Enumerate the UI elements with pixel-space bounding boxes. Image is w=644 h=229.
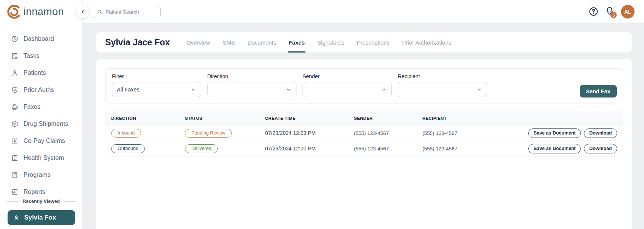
create-time-cell: 07/23/2024 12:00 PM <box>265 145 354 152</box>
direction-badge: Outbound <box>111 144 145 153</box>
recipient-cell: (555) 123-4567 <box>422 130 525 136</box>
filter-field: Sender <box>303 73 392 104</box>
sidebar-item[interactable]: Prior Auths <box>0 81 82 98</box>
sidebar-item-label: Prior Auths <box>23 86 54 93</box>
patient-tab[interactable]: Overview <box>186 32 210 53</box>
sidebar-item-label: Patients <box>23 69 46 76</box>
logo-text: innamon <box>23 6 64 18</box>
chevron-down-icon <box>381 87 387 93</box>
download-button[interactable]: Download <box>584 128 617 138</box>
sidebar-item[interactable]: Reports <box>0 183 82 200</box>
patient-tab[interactable]: Signatures <box>317 32 345 53</box>
user-avatar[interactable]: AL <box>621 5 635 19</box>
sidebar-item-label: Faxes <box>23 103 40 110</box>
filter-dropdown[interactable] <box>303 82 392 97</box>
fax-table-column-header: Recipient <box>422 116 525 121</box>
direction-badge: Inbound <box>111 129 141 138</box>
search-icon <box>97 9 102 15</box>
patients-icon <box>11 69 19 77</box>
sidebar-item[interactable]: Faxes <box>0 98 82 115</box>
patient-tab[interactable]: Documents <box>247 32 276 53</box>
status-badge: Delivered <box>185 144 218 153</box>
drug-shipments-icon <box>11 120 19 128</box>
patient-tab[interactable]: Prescriptions <box>357 32 390 53</box>
cinnamon-logo-icon <box>6 3 23 20</box>
chevron-down-icon <box>286 87 292 93</box>
recent-patient-button[interactable]: Sylvia Fox <box>8 210 75 225</box>
filter-field: Recipient <box>398 73 487 104</box>
sidebar-item[interactable]: Drug Shipments <box>0 115 82 132</box>
filter-dropdown[interactable] <box>398 82 487 97</box>
sidebar-item[interactable]: Dashboard <box>0 30 82 47</box>
fax-table-header: Direction Status Create Time Sender Reci… <box>105 111 623 125</box>
sidebar-collapse-button[interactable] <box>76 5 89 18</box>
chevron-down-icon <box>190 87 196 93</box>
send-fax-button[interactable]: Send Fax <box>580 85 617 97</box>
filter-field-label: Sender <box>303 73 392 79</box>
faxes-panel: Filter All Faxes Direction <box>96 59 632 229</box>
save-as-document-button[interactable]: Save as Document <box>528 128 581 138</box>
sidebar-item[interactable]: Tasks <box>0 47 82 64</box>
sidebar-item-label: Programs <box>23 171 51 178</box>
patient-tab[interactable]: Faxes <box>289 32 305 53</box>
fax-row: Inbound Pending Review 07/23/2024 12:03 … <box>105 125 623 141</box>
fax-table: Direction Status Create Time Sender Reci… <box>105 111 623 156</box>
recent-patient-name: Sylvia Fox <box>24 214 56 221</box>
filter-field: Direction <box>207 73 296 104</box>
chevron-left-icon <box>80 9 86 15</box>
copay-claims-icon <box>11 137 19 145</box>
status-badge: Pending Review <box>185 129 232 138</box>
active-tab-underline <box>288 51 306 53</box>
sidebar-item[interactable]: Health System <box>0 149 82 166</box>
fax-filter-bar: Filter All Faxes Direction <box>105 68 623 104</box>
recently-viewed-label: Recently Viewed <box>19 199 64 204</box>
app-screen: 3 AL innamon Dashboard Tasks <box>0 0 644 229</box>
dashboard-icon <box>11 35 19 43</box>
help-icon[interactable] <box>588 6 599 17</box>
patient-tab[interactable]: Prior Authorizations <box>402 32 451 53</box>
filter-dropdown[interactable] <box>207 82 296 97</box>
health-system-icon <box>11 154 19 162</box>
page-title: Sylvia Jace Fox <box>105 37 170 48</box>
fax-table-column-header: Direction <box>105 116 185 121</box>
sidebar-item-label: Tasks <box>23 52 39 59</box>
programs-icon <box>11 171 19 179</box>
create-time-cell: 07/23/2024 12:03 PM <box>265 130 354 136</box>
faxes-icon <box>11 103 19 111</box>
sidebar-item-label: Dashboard <box>23 35 54 42</box>
sidebar-item[interactable]: Programs <box>0 166 82 183</box>
prior-auths-icon <box>11 86 19 94</box>
filter-field-label: Recipient <box>398 73 487 79</box>
main-area: Sylvia Jace Fox Overview SMS Documents <box>83 23 644 229</box>
chevron-down-icon <box>476 87 482 93</box>
download-button[interactable]: Download <box>584 144 617 153</box>
sidebar-item-label: Reports <box>23 188 45 195</box>
recipient-cell: (555) 123-4567 <box>422 146 525 152</box>
sidebar-item-label: Co-Pay Claims <box>23 137 65 144</box>
fax-table-column-header: Create Time <box>265 116 354 121</box>
tasks-icon <box>11 52 19 60</box>
patient-search-input[interactable] <box>106 9 157 15</box>
reports-icon <box>11 188 19 196</box>
filter-field-label: Filter <box>112 73 201 79</box>
person-icon <box>13 214 20 221</box>
filter-field: Filter All Faxes <box>112 73 201 104</box>
patient-header-card: Sylvia Jace Fox Overview SMS Documents <box>96 32 632 53</box>
sender-cell: (555) 123-4567 <box>354 130 422 136</box>
patient-search <box>93 6 161 18</box>
recently-viewed-divider: Recently Viewed <box>7 199 76 204</box>
notification-count-badge: 3 <box>610 12 617 18</box>
sidebar-nav: Dashboard Tasks Patients Prior Auths <box>0 30 82 200</box>
app-logo: innamon <box>6 3 64 20</box>
filter-dropdown[interactable]: All Faxes <box>112 82 201 97</box>
sender-cell: (555) 123-4567 <box>354 146 422 152</box>
filter-field-label: Direction <box>207 73 296 79</box>
save-as-document-button[interactable]: Save as Document <box>528 144 581 153</box>
sidebar-item[interactable]: Patients <box>0 64 82 81</box>
filter-dropdown-value: All Faxes <box>117 87 190 93</box>
sidebar-item[interactable]: Co-Pay Claims <box>0 132 82 149</box>
fax-table-column-header: Sender <box>354 116 422 121</box>
patient-tab[interactable]: SMS <box>223 32 235 53</box>
sidebar-item-label: Health System <box>23 154 64 161</box>
sidebar-item-label: Drug Shipments <box>23 120 68 127</box>
